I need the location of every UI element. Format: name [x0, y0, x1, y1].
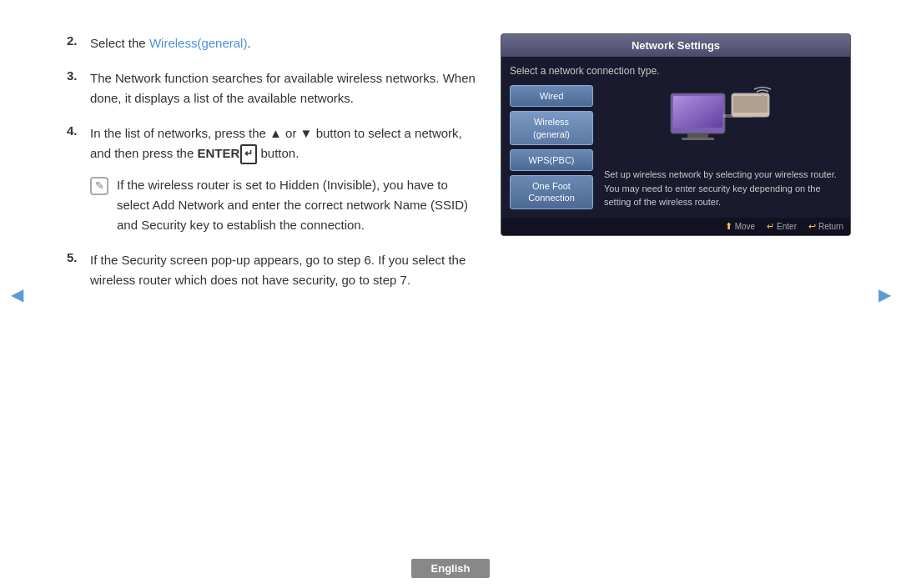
- step-3: 3. The Network function searches for ava…: [67, 68, 476, 108]
- enter-footer-icon: ↵: [767, 221, 774, 232]
- note-text-after: and Security key to establish the connec…: [117, 218, 365, 232]
- step-4-text-after: button.: [257, 146, 299, 160]
- move-icon: ⬆: [725, 221, 732, 232]
- panel-btn-wireless[interactable]: Wireless(general): [510, 111, 593, 145]
- panel-subtitle: Select a network connection type.: [510, 65, 842, 77]
- step-5-number: 5.: [67, 250, 83, 264]
- svg-rect-4: [682, 138, 714, 140]
- step-2-highlight: Wireless(general): [149, 36, 248, 50]
- step-2-text-before: Select the: [90, 36, 149, 50]
- panel-footer: ⬆ Move ↵ Enter ↩ Return: [501, 218, 850, 235]
- step-3-text: The Network function searches for availa…: [90, 68, 476, 108]
- panel-buttons-column: Wired Wireless(general) WPS(PBC) One Foo…: [510, 85, 593, 209]
- footer-enter: ↵ Enter: [767, 221, 797, 232]
- note-pencil-icon: [90, 177, 108, 195]
- note-item: If the wireless router is set to Hidden …: [90, 175, 476, 235]
- panel-description: Set up wireless network by selecting you…: [600, 168, 842, 209]
- step-5-text: If the Security screen pop-up appears, g…: [90, 250, 476, 290]
- note-highlight-2: Name (SSID): [394, 198, 468, 212]
- panel-title: Network Settings: [501, 34, 850, 57]
- steps-column: 2. Select the Wireless(general). 3. The …: [67, 33, 476, 290]
- footer-return: ↩ Return: [808, 221, 843, 232]
- svg-rect-2: [673, 96, 722, 128]
- footer-return-label: Return: [818, 222, 843, 231]
- step-3-number: 3.: [67, 68, 83, 83]
- language-badge: English: [411, 559, 491, 578]
- panel-btn-wired[interactable]: Wired: [510, 85, 593, 107]
- footer-move-label: Move: [735, 222, 755, 231]
- return-icon: ↩: [808, 221, 816, 232]
- panel-body: Select a network connection type. Wired …: [501, 57, 850, 218]
- panel-btn-wps[interactable]: WPS(PBC): [510, 149, 593, 171]
- step-2: 2. Select the Wireless(general).: [67, 33, 476, 53]
- language-bar: English: [0, 549, 901, 588]
- note-text-mid: and enter the correct network: [224, 198, 393, 212]
- panel-desc-row: Set up wireless network by selecting you…: [600, 168, 842, 209]
- step-4-text: In the list of networks, press the ▲ or …: [90, 123, 476, 164]
- svg-point-8: [761, 94, 764, 98]
- step-4: 4. In the list of networks, press the ▲ …: [67, 123, 476, 164]
- enter-label: ENTER↵: [197, 146, 257, 160]
- footer-move: ⬆ Move: [725, 221, 755, 232]
- step-2-text: Select the Wireless(general).: [90, 33, 251, 53]
- panel-btn-one-foot[interactable]: One FootConnection: [510, 175, 593, 209]
- step-2-text-after: .: [247, 36, 250, 50]
- step-2-number: 2.: [67, 33, 83, 48]
- panel-image-area: [600, 85, 842, 159]
- note-highlight-1: Add Network: [153, 198, 224, 212]
- svg-rect-7: [733, 96, 768, 113]
- svg-rect-3: [687, 133, 708, 138]
- note-text: If the wireless router is set to Hidden …: [117, 175, 476, 235]
- router-illustration: [667, 85, 775, 152]
- network-settings-panel: Network Settings Select a network connec…: [501, 33, 851, 236]
- step-4-number: 4.: [67, 123, 83, 138]
- enter-icon: ↵: [240, 144, 257, 163]
- step-5: 5. If the Security screen pop-up appears…: [67, 250, 476, 290]
- panel-main-row: Wired Wireless(general) WPS(PBC) One Foo…: [510, 85, 842, 209]
- footer-enter-label: Enter: [777, 222, 797, 231]
